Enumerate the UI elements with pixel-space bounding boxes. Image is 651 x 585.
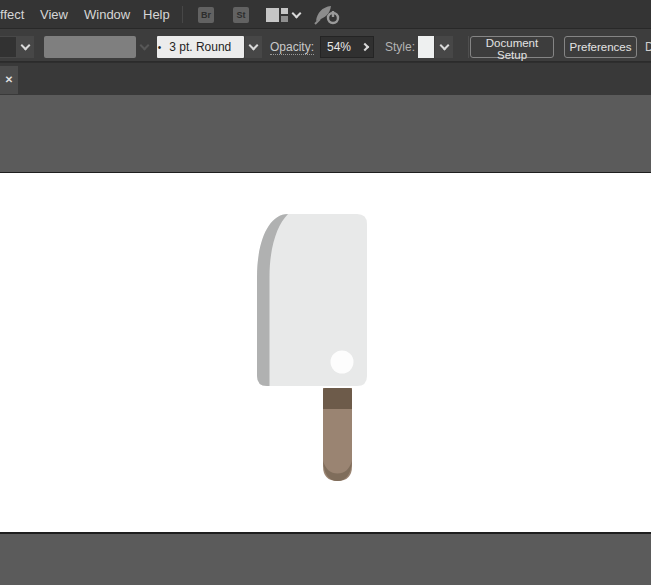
brush-dropdown-button[interactable] [245, 36, 262, 58]
menu-view[interactable]: View [40, 0, 68, 29]
chevron-down-icon [439, 41, 449, 51]
cleaver-handle-ferrule[interactable] [323, 388, 352, 409]
style-swatch[interactable] [418, 36, 434, 58]
control-separator [468, 36, 469, 58]
pasteboard [0, 534, 651, 585]
stroke-field-fragment[interactable] [0, 36, 17, 58]
width-profile-dropdown-disabled [137, 36, 151, 58]
chevron-right-icon[interactable] [361, 43, 369, 51]
workspace-switcher-icon[interactable] [266, 8, 288, 22]
brush-name: 3 pt. Round [169, 40, 231, 54]
cut-off-element: D [645, 36, 651, 58]
chevron-down-icon [249, 41, 259, 51]
opacity-input[interactable]: 54% [320, 36, 374, 58]
menu-effect[interactable]: ffect [0, 0, 24, 29]
width-profile-field[interactable] [44, 36, 136, 58]
illustrator-window: ffect View Window Help Br St • 3 pt. Rou… [0, 0, 651, 585]
brush-dot-preview: • [158, 42, 162, 53]
chevron-down-icon[interactable] [292, 9, 302, 19]
chevron-down-icon [21, 41, 31, 51]
menu-separator [182, 6, 183, 23]
tab-close-button[interactable]: ✕ [0, 66, 18, 94]
workspace-pane [281, 8, 288, 14]
opacity-label[interactable]: Opacity: [270, 36, 314, 58]
document-tab-bar: ✕ [0, 62, 651, 95]
brush-definition-field[interactable]: • 3 pt. Round [157, 36, 244, 58]
control-bar: • 3 pt. Round Opacity: 54% Style: Docume… [0, 29, 651, 62]
opacity-value: 54% [327, 40, 351, 54]
document-setup-button[interactable]: Document Setup [470, 36, 554, 58]
menu-bar: ffect View Window Help Br St [0, 0, 651, 29]
workspace-pane [281, 16, 288, 22]
chevron-down-icon [139, 41, 149, 51]
style-dropdown-button[interactable] [435, 36, 453, 58]
menu-window[interactable]: Window [84, 0, 130, 29]
cleaver-illustration[interactable] [250, 205, 380, 495]
artboard-border [0, 172, 651, 173]
workspace-pane [266, 8, 279, 22]
cleaver-hole[interactable] [331, 351, 354, 374]
gpu-performance-rocket-icon[interactable] [314, 4, 340, 26]
pasteboard [0, 95, 651, 172]
menu-help[interactable]: Help [143, 0, 170, 29]
style-label: Style: [385, 36, 415, 58]
stock-icon[interactable]: St [233, 7, 249, 23]
stroke-dropdown-button[interactable] [17, 36, 34, 58]
bridge-icon[interactable]: Br [198, 7, 214, 23]
preferences-button[interactable]: Preferences [564, 36, 637, 58]
